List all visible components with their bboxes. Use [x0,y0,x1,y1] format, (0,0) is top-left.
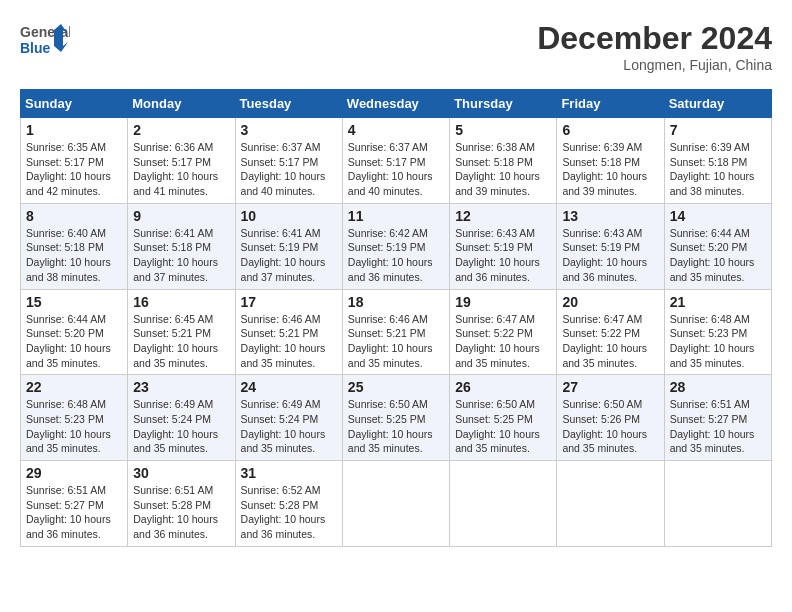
day-number: 19 [455,294,551,310]
day-info: Sunrise: 6:51 AM Sunset: 5:28 PM Dayligh… [133,483,229,542]
calendar-cell: 30 Sunrise: 6:51 AM Sunset: 5:28 PM Dayl… [128,461,235,547]
day-number: 6 [562,122,658,138]
calendar-cell: 13 Sunrise: 6:43 AM Sunset: 5:19 PM Dayl… [557,203,664,289]
day-number: 5 [455,122,551,138]
calendar-cell: 19 Sunrise: 6:47 AM Sunset: 5:22 PM Dayl… [450,289,557,375]
calendar-day-header: Wednesday [342,90,449,118]
day-info: Sunrise: 6:40 AM Sunset: 5:18 PM Dayligh… [26,226,122,285]
calendar-cell [557,461,664,547]
day-info: Sunrise: 6:43 AM Sunset: 5:19 PM Dayligh… [455,226,551,285]
calendar-cell: 23 Sunrise: 6:49 AM Sunset: 5:24 PM Dayl… [128,375,235,461]
logo-icon: General Blue [20,20,70,64]
day-number: 15 [26,294,122,310]
calendar-header: SundayMondayTuesdayWednesdayThursdayFrid… [21,90,772,118]
day-info: Sunrise: 6:50 AM Sunset: 5:25 PM Dayligh… [455,397,551,456]
calendar-cell: 21 Sunrise: 6:48 AM Sunset: 5:23 PM Dayl… [664,289,771,375]
calendar-cell: 20 Sunrise: 6:47 AM Sunset: 5:22 PM Dayl… [557,289,664,375]
day-info: Sunrise: 6:39 AM Sunset: 5:18 PM Dayligh… [670,140,766,199]
day-info: Sunrise: 6:43 AM Sunset: 5:19 PM Dayligh… [562,226,658,285]
day-number: 16 [133,294,229,310]
day-number: 21 [670,294,766,310]
calendar-day-header: Tuesday [235,90,342,118]
calendar-cell: 17 Sunrise: 6:46 AM Sunset: 5:21 PM Dayl… [235,289,342,375]
calendar-cell: 28 Sunrise: 6:51 AM Sunset: 5:27 PM Dayl… [664,375,771,461]
calendar-day-header: Sunday [21,90,128,118]
logo: General Blue [20,20,70,64]
calendar-cell: 29 Sunrise: 6:51 AM Sunset: 5:27 PM Dayl… [21,461,128,547]
calendar-cell: 22 Sunrise: 6:48 AM Sunset: 5:23 PM Dayl… [21,375,128,461]
day-number: 26 [455,379,551,395]
calendar-cell: 31 Sunrise: 6:52 AM Sunset: 5:28 PM Dayl… [235,461,342,547]
calendar-cell: 16 Sunrise: 6:45 AM Sunset: 5:21 PM Dayl… [128,289,235,375]
calendar-cell: 6 Sunrise: 6:39 AM Sunset: 5:18 PM Dayli… [557,118,664,204]
calendar-cell: 8 Sunrise: 6:40 AM Sunset: 5:18 PM Dayli… [21,203,128,289]
calendar-week-row: 1 Sunrise: 6:35 AM Sunset: 5:17 PM Dayli… [21,118,772,204]
day-number: 1 [26,122,122,138]
day-number: 17 [241,294,337,310]
day-info: Sunrise: 6:41 AM Sunset: 5:18 PM Dayligh… [133,226,229,285]
day-number: 18 [348,294,444,310]
day-info: Sunrise: 6:46 AM Sunset: 5:21 PM Dayligh… [348,312,444,371]
day-number: 23 [133,379,229,395]
day-info: Sunrise: 6:44 AM Sunset: 5:20 PM Dayligh… [26,312,122,371]
calendar-body: 1 Sunrise: 6:35 AM Sunset: 5:17 PM Dayli… [21,118,772,547]
day-info: Sunrise: 6:42 AM Sunset: 5:19 PM Dayligh… [348,226,444,285]
day-number: 20 [562,294,658,310]
day-info: Sunrise: 6:49 AM Sunset: 5:24 PM Dayligh… [241,397,337,456]
calendar-cell: 1 Sunrise: 6:35 AM Sunset: 5:17 PM Dayli… [21,118,128,204]
day-number: 14 [670,208,766,224]
day-number: 31 [241,465,337,481]
day-number: 2 [133,122,229,138]
day-info: Sunrise: 6:48 AM Sunset: 5:23 PM Dayligh… [670,312,766,371]
calendar-week-row: 29 Sunrise: 6:51 AM Sunset: 5:27 PM Dayl… [21,461,772,547]
day-number: 29 [26,465,122,481]
calendar-table: SundayMondayTuesdayWednesdayThursdayFrid… [20,89,772,547]
calendar-cell [450,461,557,547]
day-info: Sunrise: 6:35 AM Sunset: 5:17 PM Dayligh… [26,140,122,199]
calendar-week-row: 22 Sunrise: 6:48 AM Sunset: 5:23 PM Dayl… [21,375,772,461]
day-number: 22 [26,379,122,395]
location: Longmen, Fujian, China [537,57,772,73]
day-number: 12 [455,208,551,224]
day-number: 7 [670,122,766,138]
day-number: 4 [348,122,444,138]
day-info: Sunrise: 6:47 AM Sunset: 5:22 PM Dayligh… [455,312,551,371]
day-number: 30 [133,465,229,481]
calendar-cell: 14 Sunrise: 6:44 AM Sunset: 5:20 PM Dayl… [664,203,771,289]
calendar-cell: 15 Sunrise: 6:44 AM Sunset: 5:20 PM Dayl… [21,289,128,375]
day-info: Sunrise: 6:45 AM Sunset: 5:21 PM Dayligh… [133,312,229,371]
day-info: Sunrise: 6:50 AM Sunset: 5:26 PM Dayligh… [562,397,658,456]
svg-text:Blue: Blue [20,40,51,56]
calendar-day-header: Saturday [664,90,771,118]
calendar-cell: 2 Sunrise: 6:36 AM Sunset: 5:17 PM Dayli… [128,118,235,204]
calendar-cell: 25 Sunrise: 6:50 AM Sunset: 5:25 PM Dayl… [342,375,449,461]
calendar-cell: 27 Sunrise: 6:50 AM Sunset: 5:26 PM Dayl… [557,375,664,461]
calendar-cell: 5 Sunrise: 6:38 AM Sunset: 5:18 PM Dayli… [450,118,557,204]
calendar-cell: 4 Sunrise: 6:37 AM Sunset: 5:17 PM Dayli… [342,118,449,204]
day-info: Sunrise: 6:39 AM Sunset: 5:18 PM Dayligh… [562,140,658,199]
calendar-cell: 10 Sunrise: 6:41 AM Sunset: 5:19 PM Dayl… [235,203,342,289]
calendar-cell: 26 Sunrise: 6:50 AM Sunset: 5:25 PM Dayl… [450,375,557,461]
day-number: 10 [241,208,337,224]
calendar-day-header: Thursday [450,90,557,118]
day-number: 13 [562,208,658,224]
calendar-cell [664,461,771,547]
day-number: 28 [670,379,766,395]
day-number: 24 [241,379,337,395]
day-number: 27 [562,379,658,395]
calendar-cell: 24 Sunrise: 6:49 AM Sunset: 5:24 PM Dayl… [235,375,342,461]
day-info: Sunrise: 6:51 AM Sunset: 5:27 PM Dayligh… [670,397,766,456]
calendar-cell: 7 Sunrise: 6:39 AM Sunset: 5:18 PM Dayli… [664,118,771,204]
calendar-week-row: 15 Sunrise: 6:44 AM Sunset: 5:20 PM Dayl… [21,289,772,375]
day-info: Sunrise: 6:41 AM Sunset: 5:19 PM Dayligh… [241,226,337,285]
calendar-day-header: Friday [557,90,664,118]
calendar-cell [342,461,449,547]
day-number: 11 [348,208,444,224]
day-info: Sunrise: 6:47 AM Sunset: 5:22 PM Dayligh… [562,312,658,371]
day-info: Sunrise: 6:38 AM Sunset: 5:18 PM Dayligh… [455,140,551,199]
day-info: Sunrise: 6:46 AM Sunset: 5:21 PM Dayligh… [241,312,337,371]
calendar-cell: 11 Sunrise: 6:42 AM Sunset: 5:19 PM Dayl… [342,203,449,289]
day-info: Sunrise: 6:49 AM Sunset: 5:24 PM Dayligh… [133,397,229,456]
day-info: Sunrise: 6:36 AM Sunset: 5:17 PM Dayligh… [133,140,229,199]
day-info: Sunrise: 6:37 AM Sunset: 5:17 PM Dayligh… [348,140,444,199]
